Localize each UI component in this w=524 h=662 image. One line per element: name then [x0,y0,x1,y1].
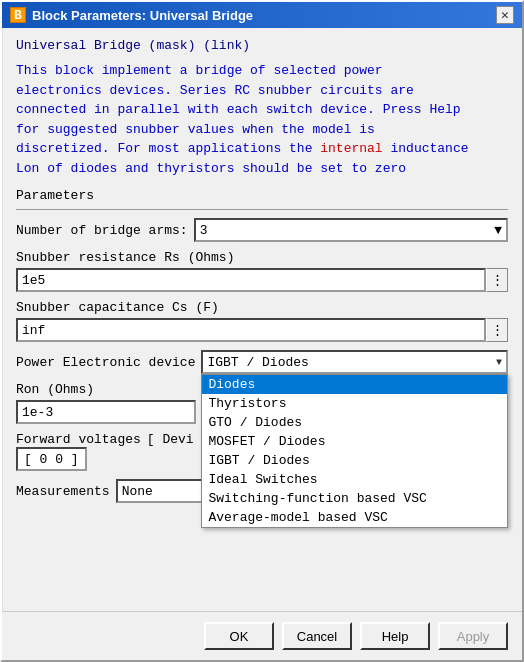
num-bridge-arms-label: Number of bridge arms: [16,223,188,238]
desc-line4: for suggested snubber values when the mo… [16,122,375,137]
close-icon: ✕ [501,7,509,23]
snubber-capacitance-input[interactable] [16,318,486,342]
window-icon: B [10,7,26,23]
description-text: This block implement a bridge of selecte… [16,61,508,178]
num-bridge-arms-row: Number of bridge arms: 3 ▼ [16,218,508,242]
apply-button[interactable]: Apply [438,622,508,650]
snubber-capacitance-row: ⋮ [16,318,508,342]
power-device-value: IGBT / Diodes [207,355,308,370]
ron-input[interactable] [16,400,196,424]
desc-line5: discretized. For most applications the [16,141,320,156]
power-device-arrow: ▼ [496,357,502,368]
title-bar-left: B Block Parameters: Universal Bridge [10,7,253,23]
snubber-resistance-input[interactable] [16,268,486,292]
content-area: Universal Bridge (mask) (link) This bloc… [2,28,522,611]
dropdown-item-average-vsc[interactable]: Average-model based VSC [202,508,507,527]
snubber-capacitance-btn[interactable]: ⋮ [486,318,508,342]
forward-voltages-array[interactable]: [ 0 0 ] [16,447,87,471]
snubber-capacitance-label: Snubber capacitance Cs (F) [16,300,508,315]
ok-button[interactable]: OK [204,622,274,650]
parameters-divider [16,209,508,210]
power-device-label: Power Electronic device [16,355,195,370]
dropdown-item-ideal-switches[interactable]: Ideal Switches [202,470,507,489]
snubber-resistance-btn[interactable]: ⋮ [486,268,508,292]
dropdown-item-thyristors[interactable]: Thyristors [202,394,507,413]
close-button[interactable]: ✕ [496,6,514,24]
desc-highlight: internal [320,141,382,156]
snubber-resistance-label: Snubber resistance Rs (Ohms) [16,250,508,265]
desc-line7: Lon of diodes and thyristors should be s… [16,161,406,176]
bottom-bar: OK Cancel Help Apply [2,611,522,660]
dropdown-item-gto-diodes[interactable]: GTO / Diodes [202,413,507,432]
window-title: Block Parameters: Universal Bridge [32,8,253,23]
ellipsis-icon: ⋮ [491,272,504,288]
num-bridge-arms-value: 3 [200,223,208,238]
desc-line2: electronics devices. Series RC snubber c… [16,83,414,98]
dropdown-item-switching-vsc[interactable]: Switching-function based VSC [202,489,507,508]
dropdown-item-mosfet-diodes[interactable]: MOSFET / Diodes [202,432,507,451]
block-parameters-window: B Block Parameters: Universal Bridge ✕ U… [0,0,524,662]
snubber-resistance-row: ⋮ [16,268,508,292]
cancel-button[interactable]: Cancel [282,622,352,650]
desc-line3: connected in parallel with each switch d… [16,102,461,117]
forward-voltages-sub-label: [ Devi [147,432,194,447]
num-bridge-arms-arrow: ▼ [494,223,502,238]
forward-voltages-label: Forward voltages [16,432,141,447]
desc-line6: inductance [383,141,469,156]
power-device-dropdown[interactable]: IGBT / Diodes ▼ [201,350,508,374]
mask-link: Universal Bridge (mask) (link) [16,38,508,53]
window-icon-label: B [14,8,22,23]
desc-line1: This block implement a bridge of selecte… [16,63,383,78]
ellipsis-icon2: ⋮ [491,322,504,338]
power-device-dropdown-container: IGBT / Diodes ▼ Diodes Thyristors GTO / … [201,350,508,374]
measurements-label: Measurements [16,484,110,499]
num-bridge-arms-dropdown[interactable]: 3 ▼ [194,218,508,242]
power-device-menu: Diodes Thyristors GTO / Diodes MOSFET / … [201,374,508,528]
title-bar: B Block Parameters: Universal Bridge ✕ [2,2,522,28]
parameters-section-label: Parameters [16,188,508,203]
mask-link-text: Universal Bridge (mask) (link) [16,38,250,53]
dropdown-item-diodes[interactable]: Diodes [202,375,507,394]
power-device-row: Power Electronic device IGBT / Diodes ▼ … [16,350,508,374]
dropdown-item-igbt-diodes[interactable]: IGBT / Diodes [202,451,507,470]
help-button[interactable]: Help [360,622,430,650]
forward-voltages-value: [ 0 0 ] [24,452,79,467]
measurements-value: None [122,484,153,499]
